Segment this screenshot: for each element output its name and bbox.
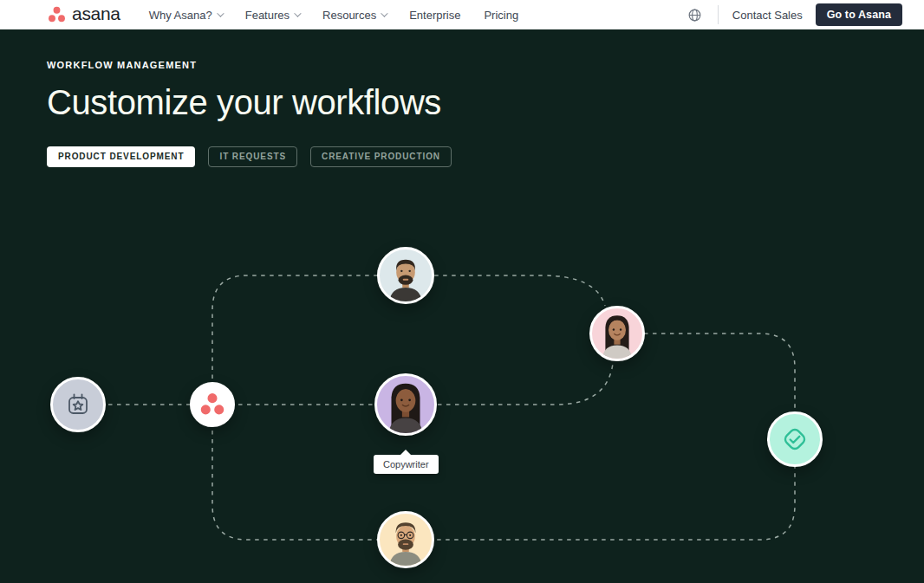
chevron-down-icon: [294, 10, 301, 16]
header-actions: Contact Sales Go to Asana: [687, 3, 902, 26]
top-navigation-bar: asana Why Asana? Features Resources Ente…: [0, 0, 924, 29]
nav-item-why-asana[interactable]: Why Asana?: [149, 9, 222, 22]
hero-section: WORKFLOW MANAGEMENT Customize your workf…: [0, 29, 924, 583]
asana-dots-icon: [48, 6, 66, 23]
nav-item-resources[interactable]: Resources: [322, 9, 386, 22]
asana-logo-text: asana: [72, 4, 120, 25]
tab-product-development[interactable]: PRODUCT DEVELOPMENT: [47, 146, 195, 167]
avatar-center[interactable]: [374, 373, 437, 436]
tab-it-requests[interactable]: IT REQUESTS: [208, 146, 297, 167]
asana-logo[interactable]: asana: [48, 4, 120, 25]
node-approved: [767, 411, 823, 467]
go-to-asana-button[interactable]: Go to Asana: [816, 3, 902, 26]
avatar-bottom[interactable]: [377, 511, 434, 568]
page-title: Customize your workflows: [47, 84, 924, 120]
nav-item-features[interactable]: Features: [245, 9, 299, 22]
header-divider: [718, 5, 719, 24]
avatar-top[interactable]: [377, 247, 434, 304]
avatar-bottom-illustration: [380, 511, 432, 568]
nav-item-pricing[interactable]: Pricing: [484, 9, 518, 22]
avatar-right-illustration: [592, 306, 642, 361]
calendar-star-icon: [64, 391, 92, 418]
chevron-down-icon: [381, 10, 387, 16]
node-asana: [190, 382, 235, 427]
chevron-down-icon: [217, 10, 224, 16]
asana-dots-icon: [199, 392, 225, 417]
contact-sales-link[interactable]: Contact Sales: [732, 9, 803, 22]
workflow-tabs: PRODUCT DEVELOPMENT IT REQUESTS CREATIVE…: [47, 146, 924, 167]
node-calendar-badge: [50, 377, 106, 432]
tab-creative-production[interactable]: CREATIVE PRODUCTION: [310, 146, 452, 167]
globe-icon[interactable]: [687, 8, 702, 23]
copywriter-tooltip: Copywriter: [374, 455, 439, 474]
asana-workflow-page: asana Why Asana? Features Resources Ente…: [0, 0, 924, 583]
avatar-right[interactable]: [589, 306, 645, 361]
diamond-check-icon: [778, 423, 811, 456]
eyebrow: WORKFLOW MANAGEMENT: [47, 60, 924, 70]
avatar-top-illustration: [380, 247, 432, 304]
main-nav: Why Asana? Features Resources Enterprise…: [149, 9, 518, 22]
avatar-center-illustration: [377, 373, 434, 436]
nav-item-enterprise[interactable]: Enterprise: [409, 9, 460, 22]
